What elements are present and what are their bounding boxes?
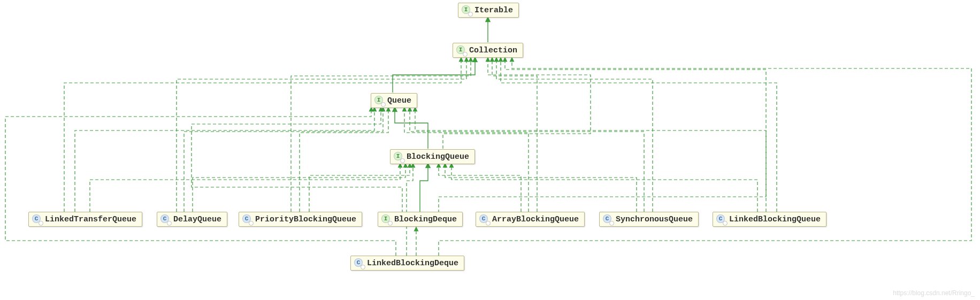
node-arrayblockingqueue[interactable]: C ArrayBlockingQueue — [476, 212, 585, 227]
node-queue[interactable]: I Queue — [371, 93, 417, 108]
class-icon: C — [479, 214, 489, 224]
class-icon: C — [160, 214, 170, 224]
node-synchronousqueue[interactable]: C SynchronousQueue — [599, 212, 699, 227]
class-icon: C — [32, 214, 42, 224]
class-icon: C — [716, 214, 726, 224]
node-priorityblockingqueue[interactable]: C PriorityBlockingQueue — [239, 212, 362, 227]
node-label: BlockingDeque — [394, 215, 457, 224]
interface-icon: I — [374, 96, 384, 105]
interface-icon: I — [381, 214, 391, 224]
node-iterable[interactable]: I Iterable — [458, 3, 519, 18]
node-label: DelayQueue — [173, 215, 221, 224]
node-label: PriorityBlockingQueue — [255, 215, 356, 224]
interface-icon: I — [394, 152, 403, 161]
node-blockingdeque[interactable]: I BlockingDeque — [378, 212, 463, 227]
class-icon: C — [603, 214, 612, 224]
interface-icon: I — [462, 5, 471, 15]
interface-icon: I — [456, 45, 466, 55]
node-label: Iterable — [474, 6, 513, 15]
node-linkedblockingdeque[interactable]: C LinkedBlockingDeque — [350, 256, 464, 271]
node-blockingqueue[interactable]: I BlockingQueue — [390, 149, 475, 164]
node-label: LinkedTransferQueue — [45, 215, 136, 224]
node-collection[interactable]: I Collection — [453, 43, 523, 58]
class-icon: C — [242, 214, 252, 224]
node-label: LinkedBlockingQueue — [729, 215, 821, 224]
watermark-text: https://blog.csdn.net/Rringo_ — [893, 289, 975, 297]
node-label: Queue — [387, 96, 411, 105]
node-label: SynchronousQueue — [616, 215, 693, 224]
node-linkedblockingqueue[interactable]: C LinkedBlockingQueue — [713, 212, 826, 227]
node-label: BlockingQueue — [407, 152, 469, 161]
node-label: LinkedBlockingDeque — [367, 259, 458, 268]
node-delayqueue[interactable]: C DelayQueue — [157, 212, 227, 227]
class-icon: C — [354, 258, 364, 268]
node-linkedtransferqueue[interactable]: C LinkedTransferQueue — [28, 212, 142, 227]
node-label: ArrayBlockingQueue — [492, 215, 579, 224]
node-label: Collection — [469, 46, 517, 55]
